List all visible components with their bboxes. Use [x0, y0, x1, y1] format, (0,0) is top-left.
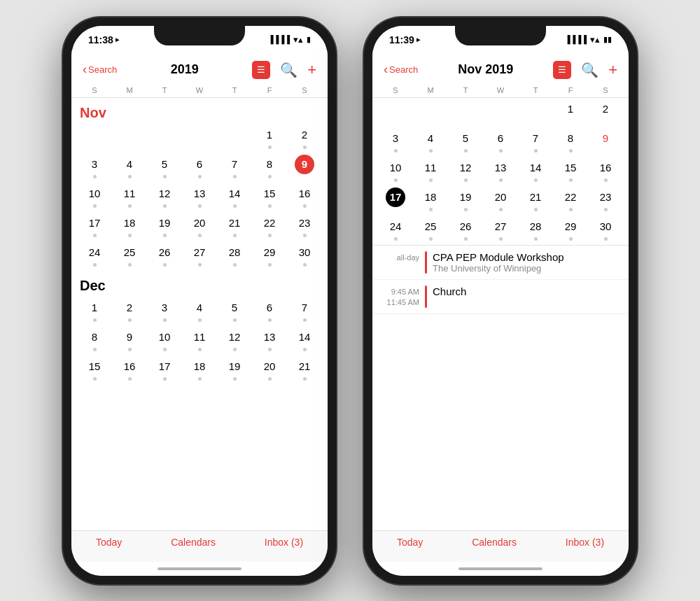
cal-day-dec-3[interactable]: 3	[147, 297, 182, 326]
cal-day-nov-28[interactable]: 28	[217, 241, 252, 271]
back-button-1[interactable]: ‹ Search	[83, 62, 117, 77]
search-button-2[interactable]: 🔍	[581, 62, 598, 78]
cal-day-nov-3[interactable]: 3	[77, 153, 112, 183]
cal-day-nov-2[interactable]: 2	[287, 124, 322, 153]
cal-day-nov-1[interactable]: 1	[252, 124, 287, 153]
cal-day-nov-22[interactable]: 22	[252, 212, 287, 241]
tab-inbox-2[interactable]: Inbox (3)	[566, 537, 604, 548]
p2-nov-13[interactable]: 13	[483, 157, 518, 186]
nov-grid[interactable]: 1 2 3 4 5 6 7 8 9 10 11 12 13 14 15 16 1…	[77, 124, 322, 271]
p2-nov-7[interactable]: 7	[518, 127, 553, 157]
p2-nov-5[interactable]: 5	[448, 127, 483, 157]
cal-day[interactable]	[77, 124, 112, 153]
cal-day-dec-13[interactable]: 13	[252, 326, 287, 355]
view-toggle-button-2[interactable]: ☰	[553, 61, 571, 79]
cal-day-dec-12[interactable]: 12	[217, 326, 252, 355]
tab-calendars-2[interactable]: Calendars	[472, 537, 517, 548]
p2-nov-11[interactable]: 11	[413, 157, 448, 186]
cal-day-dec-10[interactable]: 10	[147, 326, 182, 355]
view-toggle-button-1[interactable]: ☰	[252, 61, 270, 79]
cal-day-nov-10[interactable]: 10	[77, 183, 112, 212]
cal-day-nov-21[interactable]: 21	[217, 212, 252, 241]
p2-nov-28[interactable]: 28	[518, 215, 553, 245]
event-row-2[interactable]: 9:45 AM 11:45 AM Church	[372, 280, 629, 315]
tab-today-1[interactable]: Today	[96, 537, 122, 548]
add-button-2[interactable]: +	[608, 61, 617, 79]
cal-day-dec-4[interactable]: 4	[182, 297, 217, 326]
p2-nov-19[interactable]: 19	[448, 186, 483, 215]
p2-nov-12[interactable]: 12	[448, 157, 483, 186]
cal-day-dec-9[interactable]: 9	[112, 326, 147, 355]
cal-day-dec-15[interactable]: 15	[77, 355, 112, 385]
cal-day-nov-4[interactable]: 4	[112, 153, 147, 183]
cal-day-nov-14[interactable]: 14	[217, 183, 252, 212]
dec-grid[interactable]: 1 2 3 4 5 6 7 8 9 10 11 12 13 14 15 16 1…	[77, 297, 322, 385]
cal-day-nov-24[interactable]: 24	[77, 241, 112, 271]
back-button-2[interactable]: ‹ Search	[384, 62, 418, 77]
cal-day-nov-26[interactable]: 26	[147, 241, 182, 271]
cal-day-nov-27[interactable]: 27	[182, 241, 217, 271]
add-button-1[interactable]: +	[307, 61, 316, 79]
p2-nov-10[interactable]: 10	[378, 157, 413, 186]
cal-day-dec-17[interactable]: 17	[147, 355, 182, 385]
cal-day-nov-12[interactable]: 12	[147, 183, 182, 212]
cal-day[interactable]	[217, 124, 252, 153]
cal-day-nov-7[interactable]: 7	[217, 153, 252, 183]
cal-day-dec-21[interactable]: 21	[287, 355, 322, 385]
p2-nov-21[interactable]: 21	[518, 186, 553, 215]
cal-day-nov-13[interactable]: 13	[182, 183, 217, 212]
p2-nov-9-today[interactable]: 9	[588, 127, 623, 157]
cal-day[interactable]	[112, 124, 147, 153]
cal-day-nov-16[interactable]: 16	[287, 183, 322, 212]
cal-day-nov-11[interactable]: 11	[112, 183, 147, 212]
cal-day-nov-17[interactable]: 17	[77, 212, 112, 241]
cal-day-dec-5[interactable]: 5	[217, 297, 252, 326]
cal-day-nov-9-today[interactable]: 9	[287, 153, 322, 183]
p2-nov-18[interactable]: 18	[413, 186, 448, 215]
cal-day-nov-15[interactable]: 15	[252, 183, 287, 212]
cal-day[interactable]	[182, 124, 217, 153]
cal-day-dec-7[interactable]: 7	[287, 297, 322, 326]
cal-day-dec-6[interactable]: 6	[252, 297, 287, 326]
cal-day-dec-20[interactable]: 20	[252, 355, 287, 385]
cal-day-dec-18[interactable]: 18	[182, 355, 217, 385]
cal-day[interactable]	[147, 124, 182, 153]
p2-nov-24[interactable]: 24	[378, 215, 413, 245]
tab-calendars-1[interactable]: Calendars	[171, 537, 216, 548]
tab-inbox-1[interactable]: Inbox (3)	[265, 537, 303, 548]
cal-day-nov-30[interactable]: 30	[287, 241, 322, 271]
cal-day-nov-29[interactable]: 29	[252, 241, 287, 271]
nov-grid-2[interactable]: 1 2 3 4 5 6 7 8 9 10 11 12 13 14 15 16 1…	[378, 98, 623, 245]
p2-nov-17-selected[interactable]: 17	[378, 186, 413, 215]
cal-day-dec-2[interactable]: 2	[112, 297, 147, 326]
cal-day-nov-8[interactable]: 8	[252, 153, 287, 183]
cal-day-nov-18[interactable]: 18	[112, 212, 147, 241]
p2-nov-15[interactable]: 15	[553, 157, 588, 186]
p2-nov-25[interactable]: 25	[413, 215, 448, 245]
cal-day-nov-5[interactable]: 5	[147, 153, 182, 183]
cal-day-dec-8[interactable]: 8	[77, 326, 112, 355]
p2-nov-14[interactable]: 14	[518, 157, 553, 186]
cal-day-nov-6[interactable]: 6	[182, 153, 217, 183]
p2-nov-6[interactable]: 6	[483, 127, 518, 157]
p2-nov-22[interactable]: 22	[553, 186, 588, 215]
p2-nov-3[interactable]: 3	[378, 127, 413, 157]
cal-day-dec-1[interactable]: 1	[77, 297, 112, 326]
cal-day-nov-19[interactable]: 19	[147, 212, 182, 241]
cal-day-dec-16[interactable]: 16	[112, 355, 147, 385]
p2-nov-16[interactable]: 16	[588, 157, 623, 186]
cal-day-nov-23[interactable]: 23	[287, 212, 322, 241]
p2-nov-23[interactable]: 23	[588, 186, 623, 215]
p2-nov-27[interactable]: 27	[483, 215, 518, 245]
cal-day-dec-19[interactable]: 19	[217, 355, 252, 385]
cal-day-nov-25[interactable]: 25	[112, 241, 147, 271]
cal-day-dec-11[interactable]: 11	[182, 326, 217, 355]
p2-nov-26[interactable]: 26	[448, 215, 483, 245]
p2-nov-20[interactable]: 20	[483, 186, 518, 215]
p2-nov-29[interactable]: 29	[553, 215, 588, 245]
p2-nov-30[interactable]: 30	[588, 215, 623, 245]
p2-nov-8[interactable]: 8	[553, 127, 588, 157]
search-button-1[interactable]: 🔍	[280, 62, 298, 78]
p2-nov-4[interactable]: 4	[413, 127, 448, 157]
cal-day-nov-20[interactable]: 20	[182, 212, 217, 241]
